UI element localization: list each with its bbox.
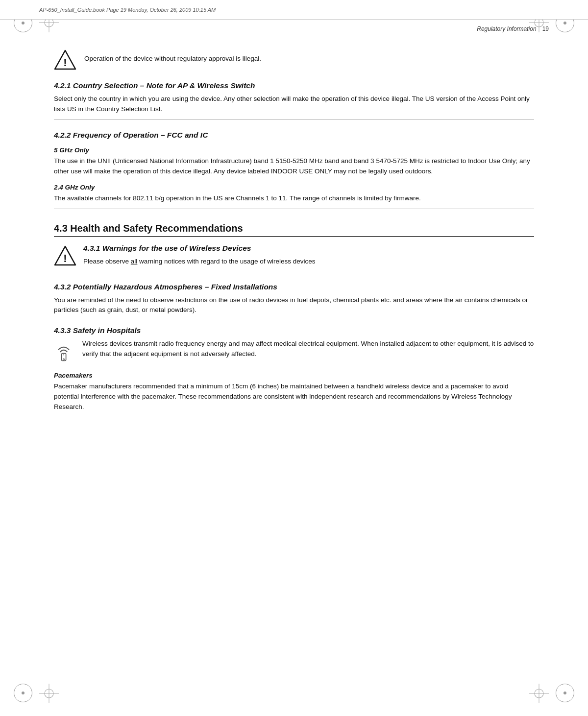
- section-43-heading: 4.3 Health and Safety Recommendations: [54, 223, 534, 237]
- sun-mark-br: [529, 684, 549, 703]
- section-422-heading: 4.2.2 Frequency of Operation – FCC and I…: [54, 131, 534, 140]
- section-422-sub1-heading: 5 GHz Only: [54, 146, 534, 154]
- section-431-content: 4.3.1 Warnings for the use of Wireless D…: [83, 244, 534, 272]
- warning-block-1: ! Operation of the device without regula…: [54, 49, 534, 71]
- warning-text-1: Operation of the device without regulato…: [84, 49, 261, 64]
- wireless-radio-icon: [54, 339, 75, 365]
- section-432-heading: 4.3.2 Potentially Hazardous Atmospheres …: [54, 283, 534, 291]
- section-421-body: Select only the country in which you are…: [54, 94, 534, 115]
- section-421: 4.2.1 Country Selection – Note for AP & …: [54, 81, 534, 115]
- section-422-sub2-heading: 2.4 GHz Only: [54, 184, 534, 191]
- sun-mark-bl: [39, 684, 59, 703]
- pacemakers-heading: Pacemakers: [54, 372, 534, 379]
- svg-text:!: !: [63, 56, 67, 69]
- section-421-heading: 4.2.1 Country Selection – Note for AP & …: [54, 81, 534, 90]
- section-422-sub2-body: The available channels for 802.11 b/g op…: [54, 193, 534, 204]
- pacemakers-section: Pacemakers Pacemaker manufacturers recom…: [54, 372, 534, 412]
- section-431-block: ! 4.3.1 Warnings for the use of Wireless…: [54, 244, 534, 272]
- section-rule-43: [54, 209, 534, 209]
- wireless-block: Wireless devices transmit radio frequenc…: [54, 339, 534, 365]
- reg-mark-br: [556, 684, 574, 702]
- svg-point-18: [63, 359, 65, 360]
- svg-text:!: !: [63, 252, 67, 264]
- page: AP-650_Install_Guide.book Page 19 Monday…: [0, 0, 588, 716]
- file-info-text: AP-650_Install_Guide.book Page 19 Monday…: [39, 7, 216, 13]
- section-433: 4.3.3 Safety in Hospitals: [54, 326, 534, 412]
- section-433-wireless-text: Wireless devices transmit radio frequenc…: [82, 339, 534, 359]
- page-number: 19: [542, 25, 549, 32]
- top-header: AP-650_Install_Guide.book Page 19 Monday…: [0, 0, 588, 20]
- section-43: 4.3 Health and Safety Recommendations ! …: [54, 209, 534, 413]
- main-content: ! Operation of the device without regula…: [54, 49, 534, 677]
- section-422-sub1-body: The use in the UNII (Unlicensed National…: [54, 156, 534, 177]
- section-422: 4.2.2 Frequency of Operation – FCC and I…: [54, 119, 534, 204]
- reg-mark-bl: [14, 684, 32, 702]
- warning-triangle-icon: !: [54, 49, 76, 71]
- pacemakers-body: Pacemaker manufacturers recommended that…: [54, 382, 534, 412]
- section-431-body: Please observe all warning notices with …: [83, 257, 534, 267]
- section-433-heading: 4.3.3 Safety in Hospitals: [54, 326, 534, 335]
- warning-triangle-icon-2: !: [54, 245, 76, 266]
- section-432-body: You are reminded of the need to observe …: [54, 295, 534, 316]
- section-432: 4.3.2 Potentially Hazardous Atmospheres …: [54, 283, 534, 316]
- section-title: Regulatory Information: [477, 25, 536, 32]
- section-rule-422: [54, 119, 534, 120]
- section-431-heading: 4.3.1 Warnings for the use of Wireless D…: [83, 244, 534, 253]
- page-header: Regulatory Information 19: [477, 25, 549, 32]
